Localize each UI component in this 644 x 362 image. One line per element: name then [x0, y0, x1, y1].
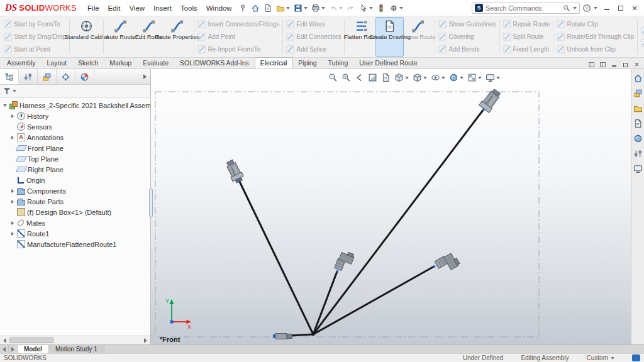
status-badge-icon[interactable]: [632, 354, 640, 361]
tab-featuremanager[interactable]: [0, 69, 19, 84]
chevron-down-icon[interactable]: [399, 7, 403, 9]
chevron-down-icon[interactable]: [573, 7, 577, 9]
cable-segment[interactable]: [291, 334, 313, 336]
apply-scene-button[interactable]: [466, 72, 483, 84]
edit-appearance-button[interactable]: [448, 72, 465, 84]
tree-item-right-plane[interactable]: Right Plane: [0, 164, 150, 175]
menu-edit[interactable]: Edit: [104, 2, 125, 14]
new-document-button[interactable]: [262, 2, 274, 14]
menu-insert[interactable]: Insert: [149, 2, 176, 14]
rebuild-button[interactable]: [375, 2, 387, 14]
tree-item-origin[interactable]: Origin: [0, 175, 150, 185]
tree-item-design-box[interactable]: (f) Design Box<1> (Default): [0, 207, 150, 217]
route-point-marker[interactable]: [273, 334, 275, 338]
tab-layout[interactable]: Layout: [42, 57, 73, 69]
search-commands-box[interactable]: [472, 3, 580, 14]
file-explorer-button[interactable]: [633, 104, 643, 113]
line-button[interactable]: Line: [641, 25, 644, 36]
start-at-point-button[interactable]: Start at Point: [4, 43, 66, 55]
tree-item-front-plane[interactable]: Front Plane: [0, 143, 150, 153]
menu-view[interactable]: View: [125, 2, 149, 14]
section-view-button[interactable]: [367, 72, 379, 84]
split-route-button[interactable]: Split Route: [503, 31, 550, 43]
view-palette-button[interactable]: [633, 119, 643, 128]
auto-route-button[interactable]: Auto Route: [106, 17, 135, 57]
start-by-dragdrop-button[interactable]: Start by Drag/Drop: [4, 31, 66, 43]
tree-root[interactable]: Harness_2-Specific 2021 Backshell Assemb…: [0, 100, 150, 111]
menu-window[interactable]: Window: [202, 2, 236, 14]
panel-flyout-button[interactable]: [139, 69, 150, 84]
scroll-left-button[interactable]: [0, 336, 9, 344]
tab-dimxpertmanager[interactable]: [57, 69, 75, 84]
tab-propertymanager[interactable]: [19, 69, 38, 84]
cable-segment[interactable]: [313, 272, 337, 334]
search-icon[interactable]: [563, 4, 570, 12]
show-guidelines-button[interactable]: Show Guidelines: [438, 18, 496, 30]
covering-button[interactable]: Covering: [438, 31, 496, 43]
tab-displaymanager[interactable]: [75, 69, 94, 84]
tab-motion-study-1[interactable]: Motion Study 1: [49, 345, 104, 353]
filter-funnel-icon[interactable]: [3, 87, 11, 95]
annotation-views-button[interactable]: [380, 72, 392, 84]
help-button[interactable]: [580, 2, 594, 14]
chevron-down-icon[interactable]: [611, 357, 614, 359]
create-drawing-button[interactable]: Create Drawing: [375, 17, 404, 57]
home-button[interactable]: [249, 2, 262, 14]
tree-item-top-plane[interactable]: Top Plane: [0, 153, 150, 164]
tree-item-manufacture-flattened-route1[interactable]: ManufactureFlattenedRoute1: [0, 239, 150, 250]
connector-bottom-inline[interactable]: [273, 334, 292, 339]
help-chevron-icon[interactable]: [594, 7, 597, 9]
chevron-down-icon[interactable]: [369, 7, 373, 9]
spline-button[interactable]: Spline: [641, 37, 644, 49]
chevron-down-icon[interactable]: [441, 77, 445, 79]
tab-electrical[interactable]: Electrical: [255, 57, 293, 69]
unhook-from-clip-button[interactable]: Unhook from Clip: [557, 43, 634, 55]
view-orientation-button[interactable]: [393, 72, 410, 84]
standard-cables-button[interactable]: Standard Cables: [72, 17, 101, 57]
open-button[interactable]: [274, 2, 292, 14]
add-splice-button[interactable]: Add Splice: [286, 43, 341, 55]
select-button[interactable]: [357, 2, 375, 14]
tab-solidworks-addins[interactable]: SOLIDWORKS Add-Ins: [174, 57, 255, 69]
solidworks-forum-button[interactable]: [633, 164, 643, 173]
appearances-scenes-button[interactable]: [633, 134, 643, 143]
add-point-button[interactable]: Add Point: [197, 31, 279, 43]
repair-route-button[interactable]: Repair Route: [503, 18, 550, 30]
tree-item-route1[interactable]: Route1: [0, 228, 150, 239]
solidworks-resources-button[interactable]: [633, 74, 643, 83]
route-edit-through-clip-button[interactable]: Route/Edit Through Clip: [557, 31, 634, 43]
save-button[interactable]: [292, 2, 309, 14]
pane-right-button[interactable]: [599, 61, 607, 69]
connector-middle-elbow[interactable]: [333, 250, 355, 276]
chevron-down-icon[interactable]: [478, 77, 482, 79]
zoom-to-area-button[interactable]: [340, 72, 352, 84]
tab-scroll-left-button[interactable]: [0, 345, 9, 353]
cable-segment[interactable]: [313, 266, 434, 334]
fixed-length-button[interactable]: Fixed Length: [503, 43, 550, 55]
chevron-down-icon[interactable]: [13, 90, 16, 92]
zoom-to-fit-button[interactable]: [327, 72, 339, 84]
route-properties-button[interactable]: Route Properties: [163, 17, 191, 57]
rotate-clip-button[interactable]: Rotate Clip: [557, 18, 634, 30]
scroll-right-button[interactable]: [141, 336, 150, 344]
panel-splitter-grip[interactable]: [149, 189, 153, 217]
tab-configurationmanager[interactable]: [38, 69, 57, 84]
redo-button[interactable]: [345, 2, 357, 14]
tab-scroll-right-button[interactable]: [9, 345, 18, 353]
add-bends-button[interactable]: Add Bends: [438, 43, 496, 55]
tab-evaluate[interactable]: Evaluate: [137, 57, 174, 69]
chevron-down-icon[interactable]: [321, 7, 325, 9]
tree-filter-row[interactable]: [0, 85, 150, 98]
search-input[interactable]: [486, 4, 560, 12]
menu-file[interactable]: File: [83, 2, 104, 14]
menu-tools[interactable]: Tools: [176, 2, 202, 14]
chevron-down-icon[interactable]: [423, 77, 427, 79]
connector-upper-left[interactable]: [225, 158, 245, 184]
chevron-down-icon[interactable]: [286, 7, 290, 9]
tab-sketch[interactable]: Sketch: [72, 57, 104, 69]
tree-item-sensors[interactable]: Sensors: [0, 121, 150, 132]
print-button[interactable]: [309, 2, 327, 14]
tree-item-route-parts[interactable]: Route Parts: [0, 196, 150, 207]
edit-connectors-button[interactable]: Edit Connectors: [286, 31, 341, 43]
doc-minimize-button[interactable]: [610, 61, 618, 69]
